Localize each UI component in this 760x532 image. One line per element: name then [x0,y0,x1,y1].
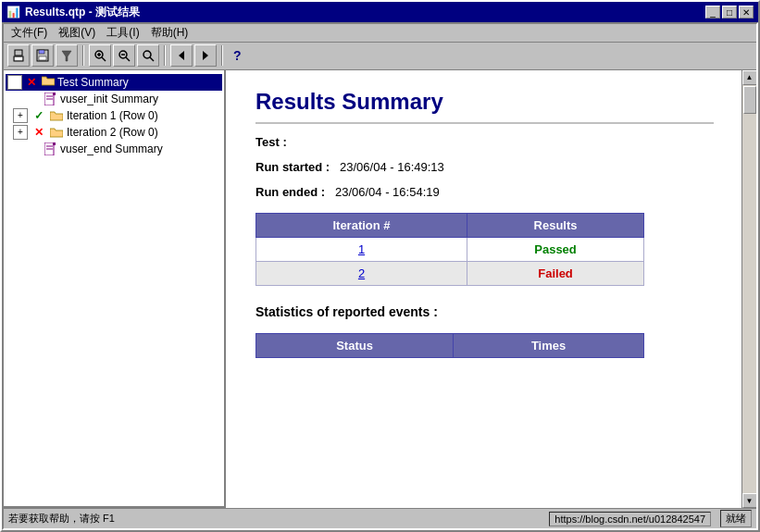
svg-rect-23 [53,142,56,145]
svg-rect-2 [15,57,22,60]
status-failed-badge: Failed [538,266,573,280]
window-icon: 📊 [6,6,20,19]
filter-button[interactable] [56,44,78,67]
svg-marker-16 [179,51,184,60]
scroll-up-button[interactable]: ▲ [742,70,757,85]
table-header-iteration: Iteration # [256,213,467,237]
svg-rect-4 [39,50,44,54]
check-icon-iter1: ✓ [31,108,46,123]
menu-tools[interactable]: 工具(I) [101,23,144,43]
tree-item-iteration1[interactable]: + ✓ Iteration 1 (Row 0) [6,107,222,124]
iteration-1-link[interactable]: 1 [358,242,365,256]
tree-panel: - ✕ Test Summary vuser_init Summary [4,70,226,509]
status-ready: 就绪 [720,510,752,527]
folder-icon-iter2 [49,125,64,140]
close-button[interactable]: ✕ [739,6,754,19]
status-url: https://blog.csdn.net/u012842547 [549,512,711,526]
scroll-track[interactable] [742,85,757,494]
stats-header-times: Times [454,333,644,357]
iteration-2-link[interactable]: 2 [358,266,365,280]
scroll-thumb[interactable] [743,86,756,114]
tree-item-iteration2[interactable]: + ✕ Iteration 2 (Row 0) [6,124,222,141]
print-button[interactable] [7,44,30,67]
title-bar-left: 📊 Results.qtp - 测试结果 [6,5,140,20]
forward-button[interactable] [194,44,217,67]
zoom-fit-button[interactable] [137,44,159,67]
menu-file[interactable]: 文件(F) [6,23,53,43]
toolbar-separator-2 [164,45,166,66]
tree-item-vuser-init[interactable]: vuser_init Summary [6,91,222,107]
stats-header-status: Status [256,333,454,357]
toolbar-separator-1 [82,45,84,66]
svg-line-15 [150,57,154,61]
main-area: - ✕ Test Summary vuser_init Summary [4,70,756,509]
inner-container: 文件(F) 视图(V) 工具(I) 帮助(H) [2,22,758,530]
test-section: Test : [255,135,714,149]
run-started-line: Run started : 23/06/04 - 16:49:13 [255,160,714,174]
svg-line-12 [126,57,130,61]
statistics-table: Status Times [255,333,644,358]
menu-view[interactable]: 视图(V) [53,23,101,43]
zoom-in-button[interactable] [89,44,111,67]
tree-root-label: Test Summary [57,76,129,89]
svg-line-8 [102,57,106,61]
iteration-2-number: 2 [256,261,467,285]
iterations-table: Iteration # Results 1 Passed [255,213,644,286]
table-header-results: Results [467,213,644,237]
svg-rect-19 [53,93,56,95]
right-panel: Results Summary Test : Run started : 23/… [226,70,741,509]
title-bar-controls: _ □ ✕ [705,6,754,19]
tree-expand-iter2[interactable]: + [13,125,28,140]
folder-icon-iter1 [49,108,64,123]
right-with-scroll: Results Summary Test : Run started : 23/… [226,70,756,509]
menu-bar: 文件(F) 视图(V) 工具(I) 帮助(H) [4,24,756,43]
iteration-1-number: 1 [256,237,467,261]
run-ended-line: Run ended : 23/06/04 - 16:54:19 [255,185,714,199]
table-row: 2 Failed [256,261,644,285]
status-help-text: 若要获取帮助，请按 F1 [8,512,540,526]
run-started-section: Run started : 23/06/04 - 16:49:13 [255,160,714,174]
zoom-out-button[interactable] [113,44,135,67]
tree-expand-root[interactable]: - [7,75,22,90]
svg-marker-6 [62,51,71,61]
svg-point-14 [143,51,151,58]
run-ended-section: Run ended : 23/06/04 - 16:54:19 [255,185,714,199]
tree-item-label-vuser-init: vuser_init Summary [60,93,158,105]
svg-marker-17 [203,51,208,60]
scroll-down-button[interactable]: ▼ [742,493,757,508]
toolbar: ? [4,43,756,70]
main-window: 📊 Results.qtp - 测试结果 _ □ ✕ 文件(F) 视图(V) 工… [0,0,760,532]
iteration-2-result: Failed [467,261,644,285]
tree-item-vuser-end[interactable]: vuser_end Summary [6,141,222,157]
scrollbar: ▲ ▼ [741,70,756,509]
page-icon-1 [43,92,57,106]
tree-expand-iter1[interactable]: + [13,108,28,123]
tree-item-label-iter1: Iteration 1 (Row 0) [67,109,158,122]
title-bar: 📊 Results.qtp - 测试结果 _ □ ✕ [2,2,758,22]
help-button[interactable]: ? [228,46,247,65]
table-row: 1 Passed [256,237,644,261]
back-button[interactable] [170,44,193,67]
cross-icon-root: ✕ [24,75,39,90]
tree-icon-folder [42,75,55,89]
svg-rect-5 [39,56,46,60]
maximize-button[interactable]: □ [722,6,737,19]
run-ended-value: 23/06/04 - 16:54:19 [335,185,440,199]
toolbar-separator-3 [221,45,223,66]
minimize-button[interactable]: _ [705,6,720,19]
run-started-value: 23/06/04 - 16:49:13 [340,160,444,174]
test-label: Test : [255,135,714,149]
window-title: Results.qtp - 测试结果 [25,5,140,20]
tree-item-label-vuser-end: vuser_end Summary [60,142,163,155]
page-title: Results Summary [255,89,714,124]
svg-rect-1 [15,50,22,56]
menu-help[interactable]: 帮助(H) [145,23,194,43]
tree-root[interactable]: - ✕ Test Summary [6,74,222,91]
statistics-title: Statistics of reported events : [255,304,714,319]
page-icon-2 [43,142,57,156]
iteration-1-result: Passed [467,237,644,261]
tree-item-label-iter2: Iteration 2 (Row 0) [67,126,158,139]
save-button[interactable] [31,44,54,67]
cross-icon-iter2: ✕ [31,125,46,140]
status-bar: 若要获取帮助，请按 F1 https://blog.csdn.net/u0128… [4,508,756,528]
